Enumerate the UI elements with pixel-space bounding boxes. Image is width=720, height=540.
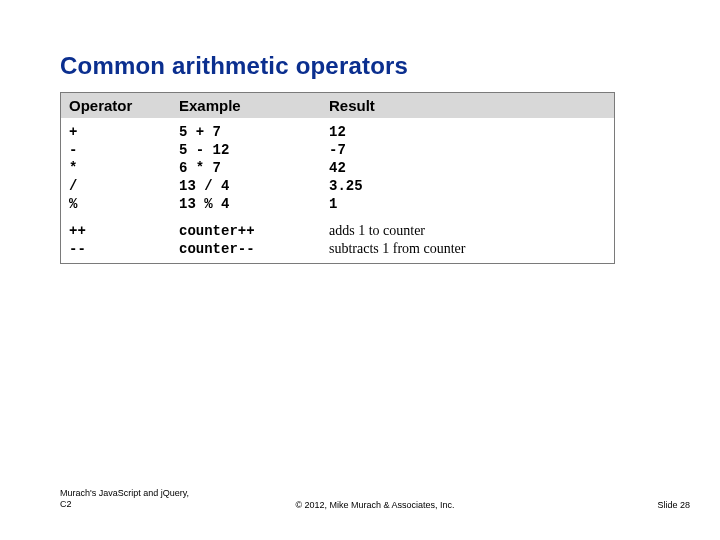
table-header-row: Operator Example Result	[61, 93, 614, 118]
cell-example: counter--	[171, 240, 321, 263]
col-result: Result	[321, 93, 614, 118]
cell-example: 5 + 7	[171, 118, 321, 141]
cell-example: counter++	[171, 213, 321, 240]
cell-result: adds 1 to counter	[321, 213, 614, 240]
table-row: % 13 % 4 1	[61, 195, 614, 213]
table-row: * 6 * 7 42	[61, 159, 614, 177]
cell-example: 13 / 4	[171, 177, 321, 195]
slide-title: Common arithmetic operators	[60, 52, 408, 80]
slide: Common arithmetic operators Operator Exa…	[0, 0, 720, 540]
cell-example: 5 - 12	[171, 141, 321, 159]
cell-result: 3.25	[321, 177, 614, 195]
cell-operator: %	[61, 195, 171, 213]
cell-example: 13 % 4	[171, 195, 321, 213]
cell-operator: ++	[61, 213, 171, 240]
table: Operator Example Result + 5 + 7 12 - 5 -…	[61, 93, 614, 263]
cell-operator: --	[61, 240, 171, 263]
footer-slide-number: Slide 28	[657, 500, 690, 510]
operators-table: Operator Example Result + 5 + 7 12 - 5 -…	[60, 92, 615, 264]
table-row: -- counter-- subtracts 1 from counter	[61, 240, 614, 263]
cell-operator: /	[61, 177, 171, 195]
table-row: - 5 - 12 -7	[61, 141, 614, 159]
cell-result: 12	[321, 118, 614, 141]
table-row: ++ counter++ adds 1 to counter	[61, 213, 614, 240]
cell-result: -7	[321, 141, 614, 159]
col-operator: Operator	[61, 93, 171, 118]
footer-copyright: © 2012, Mike Murach & Associates, Inc.	[60, 500, 690, 510]
footer-book-title: Murach's JavaScript and jQuery,	[60, 488, 189, 498]
cell-operator: *	[61, 159, 171, 177]
table-row: / 13 / 4 3.25	[61, 177, 614, 195]
cell-result: subtracts 1 from counter	[321, 240, 614, 263]
cell-example: 6 * 7	[171, 159, 321, 177]
cell-result: 1	[321, 195, 614, 213]
cell-result: 42	[321, 159, 614, 177]
col-example: Example	[171, 93, 321, 118]
cell-operator: -	[61, 141, 171, 159]
table-row: + 5 + 7 12	[61, 118, 614, 141]
cell-operator: +	[61, 118, 171, 141]
